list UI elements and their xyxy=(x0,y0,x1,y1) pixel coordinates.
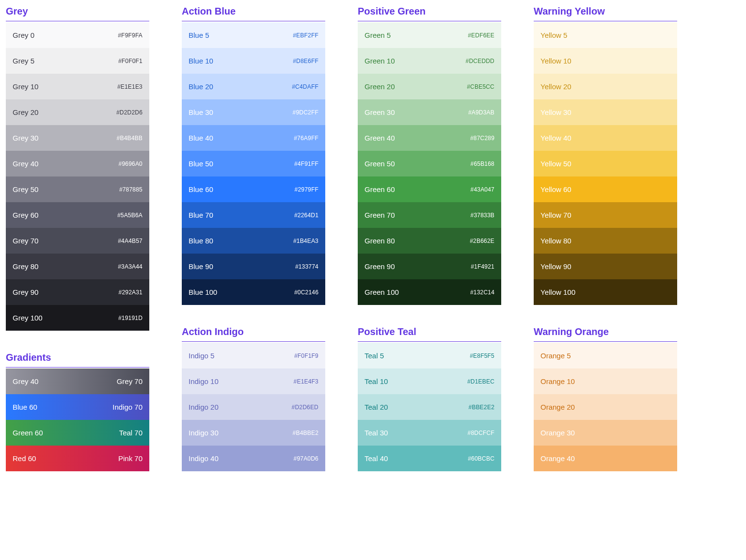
color-swatch[interactable]: Grey 70#4A4B57 xyxy=(6,228,149,254)
color-swatch[interactable]: Indigo 40#97A0D6 xyxy=(182,446,325,471)
color-swatch[interactable]: Yellow 100 xyxy=(534,279,677,305)
swatch-hex: #19191D xyxy=(118,315,143,321)
swatch-label: Green 40 xyxy=(365,134,395,142)
swatch-hex: #2979FF xyxy=(295,186,318,193)
gradient-swatch[interactable]: Red 60Pink 70 xyxy=(6,446,149,471)
swatch-label: Grey 10 xyxy=(13,82,38,91)
color-swatch[interactable]: Green 30#A9D3AB xyxy=(358,99,501,125)
color-swatch[interactable]: Teal 5#E8F5F5 xyxy=(358,343,501,368)
color-swatch[interactable]: Teal 30#8DCFCF xyxy=(358,420,501,446)
color-swatch[interactable]: Yellow 50 xyxy=(534,151,677,176)
color-swatch[interactable]: Yellow 30 xyxy=(534,99,677,125)
color-swatch[interactable]: Grey 80#3A3A44 xyxy=(6,254,149,279)
color-swatch[interactable]: Blue 50#4F91FF xyxy=(182,151,325,176)
swatch-label: Blue 10 xyxy=(189,57,213,65)
color-swatch[interactable]: Grey 60#5A5B6A xyxy=(6,202,149,228)
color-swatch[interactable]: Green 60#43A047 xyxy=(358,176,501,202)
color-swatch[interactable]: Green 100#132C14 xyxy=(358,279,501,305)
palette-section: GradientsGrey 40Grey 70Blue 60Indigo 70G… xyxy=(6,352,149,471)
swatch-hex: #9DC2FF xyxy=(293,109,318,116)
color-swatch[interactable]: Green 50#65B168 xyxy=(358,151,501,176)
swatch-label: Green 70 xyxy=(365,211,395,219)
color-swatch[interactable]: Grey 20#D2D2D6 xyxy=(6,99,149,125)
color-swatch[interactable]: Blue 90#133774 xyxy=(182,254,325,279)
color-swatch[interactable]: Yellow 20 xyxy=(534,74,677,99)
color-swatch[interactable]: Orange 40 xyxy=(534,446,677,471)
palette-title: Warning Orange xyxy=(534,326,677,342)
swatch-hex: #C4DAFF xyxy=(292,83,318,90)
swatch-hex: #76A9FF xyxy=(294,135,318,142)
color-swatch[interactable]: Blue 80#1B4EA3 xyxy=(182,228,325,254)
swatch-label: Blue 100 xyxy=(189,288,217,296)
color-swatch[interactable]: Teal 20#BBE2E2 xyxy=(358,394,501,420)
swatch-label: Grey 50 xyxy=(13,185,38,193)
color-swatch[interactable]: Grey 5#F0F0F1 xyxy=(6,48,149,74)
color-swatch[interactable]: Orange 20 xyxy=(534,394,677,420)
swatch-label: Teal 30 xyxy=(365,429,388,437)
swatch-label: Blue 30 xyxy=(189,108,213,116)
color-swatch[interactable]: Blue 70#2264D1 xyxy=(182,202,325,228)
color-swatch[interactable]: Grey 90#292A31 xyxy=(6,279,149,305)
swatch-label: Blue 50 xyxy=(189,160,213,168)
color-swatch[interactable]: Green 5#EDF6EE xyxy=(358,22,501,48)
color-swatch[interactable]: Grey 100#19191D xyxy=(6,305,149,331)
swatch-label: Green 60 xyxy=(365,185,395,193)
color-swatch[interactable]: Yellow 80 xyxy=(534,228,677,254)
palette-title: Gradients xyxy=(6,352,149,368)
swatch-label: Green 50 xyxy=(365,160,395,168)
color-swatch[interactable]: Yellow 10 xyxy=(534,48,677,74)
color-swatch[interactable]: Green 20#CBE5CC xyxy=(358,74,501,99)
swatch-hex: #2264D1 xyxy=(294,212,318,219)
color-swatch[interactable]: Grey 30#B4B4BB xyxy=(6,125,149,151)
color-swatch[interactable]: Green 40#87C289 xyxy=(358,125,501,151)
color-swatch[interactable]: Indigo 30#B4BBE2 xyxy=(182,420,325,446)
swatch-hex: #F0F1F9 xyxy=(294,352,318,359)
color-swatch[interactable]: Indigo 5#F0F1F9 xyxy=(182,343,325,368)
color-swatch[interactable]: Blue 40#76A9FF xyxy=(182,125,325,151)
swatch-list: Orange 5Orange 10Orange 20Orange 30Orang… xyxy=(534,343,677,471)
color-swatch[interactable]: Blue 30#9DC2FF xyxy=(182,99,325,125)
color-swatch[interactable]: Green 10#DCEDDD xyxy=(358,48,501,74)
swatch-hex: #A9D3AB xyxy=(468,109,494,116)
swatch-hex: #E1E4F3 xyxy=(294,378,318,385)
swatch-label: Indigo 5 xyxy=(189,352,214,360)
color-swatch[interactable]: Orange 30 xyxy=(534,420,677,446)
color-swatch[interactable]: Grey 40#9696A0 xyxy=(6,151,149,176)
color-swatch[interactable]: Blue 100#0C2146 xyxy=(182,279,325,305)
swatch-label: Yellow 50 xyxy=(540,160,571,168)
color-swatch[interactable]: Yellow 60 xyxy=(534,176,677,202)
swatch-hex: #B4BBE2 xyxy=(293,430,318,436)
swatch-hex: #2B662E xyxy=(470,238,494,244)
color-swatch[interactable]: Orange 10 xyxy=(534,368,677,394)
palette-title: Warning Yellow xyxy=(534,6,677,21)
color-swatch[interactable]: Orange 5 xyxy=(534,343,677,368)
swatch-hex: #D2D2D6 xyxy=(116,109,143,116)
swatch-hex: #E1E1E3 xyxy=(117,83,143,90)
swatch-hex: #CBE5CC xyxy=(467,83,494,90)
color-swatch[interactable]: Green 90#1F4921 xyxy=(358,254,501,279)
color-swatch[interactable]: Grey 10#E1E1E3 xyxy=(6,74,149,99)
color-swatch[interactable]: Blue 5#EBF2FF xyxy=(182,22,325,48)
color-swatch[interactable]: Grey 50#787885 xyxy=(6,176,149,202)
swatch-label: Blue 20 xyxy=(189,82,213,91)
gradient-left-label: Green 60 xyxy=(13,429,43,437)
color-swatch[interactable]: Indigo 20#D2D6ED xyxy=(182,394,325,420)
color-swatch[interactable]: Green 70#37833B xyxy=(358,202,501,228)
color-swatch[interactable]: Green 80#2B662E xyxy=(358,228,501,254)
color-swatch[interactable]: Teal 10#D1EBEC xyxy=(358,368,501,394)
color-swatch[interactable]: Blue 20#C4DAFF xyxy=(182,74,325,99)
swatch-hex: #B4B4BB xyxy=(117,135,143,142)
color-swatch[interactable]: Yellow 5 xyxy=(534,22,677,48)
color-swatch[interactable]: Yellow 70 xyxy=(534,202,677,228)
color-swatch[interactable]: Yellow 40 xyxy=(534,125,677,151)
color-swatch[interactable]: Grey 0#F9F9FA xyxy=(6,22,149,48)
color-swatch[interactable]: Teal 40#60BCBC xyxy=(358,446,501,471)
gradient-swatch[interactable]: Green 60Teal 70 xyxy=(6,420,149,446)
gradient-swatch[interactable]: Blue 60Indigo 70 xyxy=(6,394,149,420)
gradient-swatch[interactable]: Grey 40Grey 70 xyxy=(6,368,149,394)
color-swatch[interactable]: Blue 10#D8E6FF xyxy=(182,48,325,74)
color-swatch[interactable]: Indigo 10#E1E4F3 xyxy=(182,368,325,394)
color-swatch[interactable]: Blue 60#2979FF xyxy=(182,176,325,202)
color-swatch[interactable]: Yellow 90 xyxy=(534,254,677,279)
swatch-label: Indigo 20 xyxy=(189,403,219,411)
